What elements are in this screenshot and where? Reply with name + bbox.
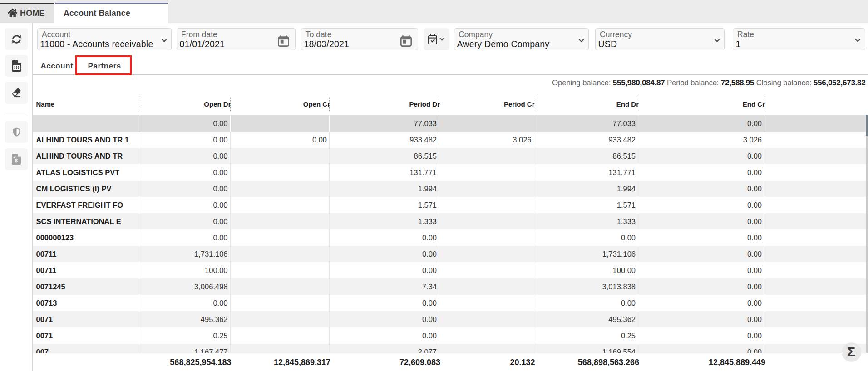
- svg-text:$: $: [15, 158, 18, 163]
